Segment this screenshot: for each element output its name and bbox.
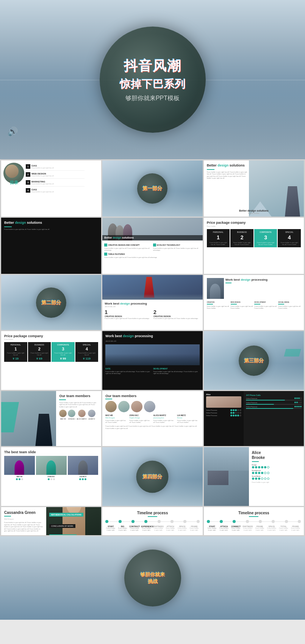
slide21-timeline <box>207 520 301 523</box>
slide-team1: Our team members Fusce builder to give r… <box>1 391 101 446</box>
price-card-corporate: CORPORATE 3 Fusce builder to give right … <box>254 229 277 247</box>
slide16-inner: The best team slide MAY HB <box>1 447 101 483</box>
section2-label: 第二部分 <box>41 299 61 306</box>
slide10-subtitle: Fusce builder <box>4 338 98 340</box>
slide13-member3: ALICE MARTZ <box>77 410 86 420</box>
slide16-member2: ZORA M.C <box>36 456 67 480</box>
slide18-rating2: Development <box>252 470 301 474</box>
slide19-name: Cassandra Green <box>4 510 43 515</box>
slide20-timeline <box>105 520 199 523</box>
slide8-title: Work best design processing <box>105 302 200 306</box>
slide9-header: Work best design processing <box>207 278 301 299</box>
slide19-label2: CONCLUSION OF WORK <box>49 524 75 528</box>
slide18-info: AliceBrooke Design Development <box>249 447 304 506</box>
slide18-sky <box>204 447 249 471</box>
slide13-person <box>35 414 52 446</box>
slide11-mountain <box>105 354 199 365</box>
price-card-business: BUSINESS 2 Fusce builder to give right h… <box>230 229 253 247</box>
slide9-col2: WEB DESIGN Fusce builder to give right h… <box>231 301 253 309</box>
slide13-title: Our team members <box>59 394 98 399</box>
slide-better-design1: Better design solutions Fusce builder to… <box>204 160 304 217</box>
slide15-rf2: Online Presence <box>246 402 302 405</box>
slide13-teal-shape <box>1 402 19 432</box>
slide20-labels: START Fusce builder to give right. BIG F… <box>105 525 199 531</box>
slide5-section1: CREATIVE DESIGN AND CONCEPT Fusce builde… <box>104 243 152 251</box>
slide15-left: Alice Online Presence <box>204 391 244 446</box>
section3-label: 第三部分 <box>244 357 264 364</box>
slide15-feat3: Online Presence <box>206 415 242 416</box>
slide18-inner: AliceBrooke Design Development <box>204 447 304 506</box>
slide14-photos <box>105 401 199 412</box>
slide8-photo <box>102 275 202 300</box>
slide11-inner: Work best design processing JASON MILLER… <box>102 331 202 377</box>
slide5-sec2-title: ECOLOGY TECHNOLOGY <box>157 244 180 246</box>
slide18-rating3: Social Media <box>252 475 301 480</box>
slide-work-processing: Work best design processing JASON MILLER… <box>102 275 202 330</box>
menu-item-4: 4 CIAS Fusce builder to give right has a… <box>26 188 99 193</box>
slide9-photo <box>207 278 224 299</box>
slide18-sep <box>252 461 259 462</box>
slide20-title: Timeline process <box>105 511 199 515</box>
slide-section2: 第二部分 <box>1 275 101 330</box>
menu-item-1: 1 CIAS Fusce builder to give right has a… <box>26 164 99 169</box>
slide5-overlay: Better design solutions <box>102 235 202 240</box>
slide9-person <box>207 278 224 299</box>
price-card-special: SPECIAL 4 Fusce builder to give right ha… <box>278 229 301 247</box>
slide13-m3-photo <box>78 410 86 417</box>
slide19-label1: MATHEMATICAL CALCULATIONS <box>49 513 83 517</box>
slide19-sep <box>4 516 11 517</box>
section3-accent <box>284 349 301 357</box>
slide-price1: Price package company Fusce builder PERS… <box>204 218 304 274</box>
slide5-sec1-body: Fusce builder to give right has all. Fus… <box>104 247 152 251</box>
price2-card-business: BUSINESS 2 Fusce builder to give right h… <box>28 342 51 362</box>
slide5-photo: Better design solutions <box>102 218 202 240</box>
slide21-title: Timeline process <box>207 511 301 515</box>
slide14-member3-detail: ALICE MARTZ processing best Fusce builde… <box>153 414 175 423</box>
slide14-member4-detail: LIA METZ Director Fusce builder to give … <box>177 414 200 423</box>
slide-team2: Our team members MAY HB Web Designer Fus… <box>102 391 202 446</box>
hero-title-1: 抖音风潮 <box>124 57 181 75</box>
slide-timeline1: Timeline process START <box>102 507 202 535</box>
slide-team-design: Better design solutions CREATIVE DESIGN … <box>102 218 202 274</box>
slide21-step2: ATTACH Fusce builder to give right. <box>219 525 229 531</box>
slide15-inner: Alice Online Presence <box>204 391 304 446</box>
slide13-m2-photo <box>68 410 75 417</box>
slide5-section-row: CREATIVE DESIGN AND CONCEPT Fusce builde… <box>104 243 200 251</box>
slide10-title: Price package company <box>4 334 98 338</box>
slide14-title: Our team members <box>105 394 199 398</box>
slide-work-design: Work best design processing CREATION Fus… <box>204 275 304 330</box>
slide14-m1-photo <box>105 401 117 412</box>
slide4-sep <box>4 226 12 227</box>
slide13-sep <box>59 399 66 400</box>
price2-card-special: SPECIAL 4 Fusce builder to give right ha… <box>75 342 99 362</box>
slide21-step1: START Fusce builder to give right. <box>207 525 217 531</box>
slide20-step3: CONTRACT Fusce builder to give right. <box>129 525 140 531</box>
hero-section: 抖音风潮 惊掉下巴系列 够胆你就来PPT模板 🔊 <box>0 0 305 159</box>
slide21-sep <box>249 516 258 517</box>
slide9-title-area: Work best design processing <box>225 278 267 299</box>
slide20-step1: START Fusce builder to give right. <box>105 525 116 531</box>
slide16-m2-photo <box>36 456 67 475</box>
slide5-sec3-header: TABLE FEATURES <box>104 253 200 256</box>
slide4-body: Fusce builder to give right has all. Fus… <box>4 228 98 231</box>
slide14-sep <box>105 399 112 399</box>
slide9-person-shape <box>210 284 221 299</box>
slide13-inner: Our team members Fusce builder to give r… <box>1 391 101 446</box>
slide13-members: MAY HB ZORA M.C ALICE MARTZ LIA METZ <box>59 410 98 420</box>
slide16-m1-photo <box>4 456 35 475</box>
slide19-text: Cassandra Green Web Designer Fusce build… <box>1 507 46 535</box>
slide18-rating1: Design <box>252 464 301 468</box>
slide14-m3-photo <box>131 401 142 412</box>
speaker-icon: 🔊 <box>8 127 18 137</box>
slide15-feat2: Online Presence <box>206 412 242 414</box>
slide16-member3: LIA METZ <box>68 456 99 480</box>
slide5-sec3-icon <box>104 253 107 256</box>
section1-circle: 第一部分 <box>137 173 167 204</box>
slide-best-team: The best team slide MAY HB <box>1 447 101 506</box>
slide8-step1: 1 CREATIVE DESIGN Fusce builder to give … <box>105 309 152 319</box>
slide6-cards: PERSONAL 1 Fusce builder to give right h… <box>207 229 301 247</box>
slide-profile-dark: Alice Online Presence <box>204 391 304 446</box>
slide19-inner: Cassandra Green Web Designer Fusce build… <box>1 507 101 535</box>
slide21-step4: PARTNERS Fusce builder to give right. <box>242 525 253 531</box>
slide9-sep <box>225 283 231 283</box>
